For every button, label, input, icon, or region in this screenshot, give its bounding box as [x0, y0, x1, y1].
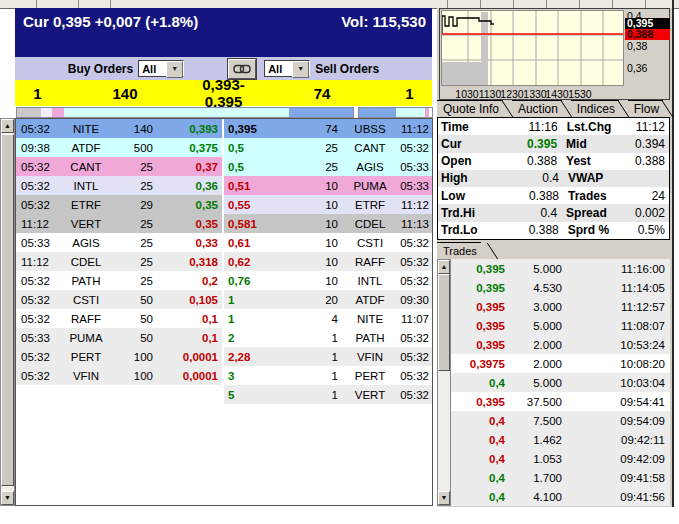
- dropdown-arrow-icon[interactable]: ▼: [166, 61, 183, 78]
- buy-order-row[interactable]: 11:12CDEL250,318: [16, 252, 222, 271]
- trade-row[interactable]: 0,3955.00011:08:07: [451, 316, 670, 335]
- trade-row[interactable]: 0,3955.00011:16:00: [451, 259, 670, 278]
- chain-link-icon: [233, 64, 251, 74]
- buy-order-row[interactable]: 09:38ATDF5000,375: [16, 138, 222, 157]
- trade-row[interactable]: 0,41.05309:42:09: [451, 449, 670, 468]
- sell-order-row[interactable]: 0,58110CDEL11:13: [224, 214, 432, 233]
- scroll-thumb[interactable]: [438, 274, 450, 371]
- tab-quote-info[interactable]: Quote Info: [437, 100, 503, 117]
- trade-qty: 5.000: [505, 263, 562, 275]
- trade-row[interactable]: 0,3954.53011:14:05: [451, 278, 670, 297]
- trade-qty: 2.000: [505, 339, 562, 351]
- broker-code: PUMA: [61, 332, 111, 344]
- trade-row[interactable]: 0,47.50009:54:09: [451, 411, 670, 430]
- scroll-up-button[interactable]: ▲: [438, 260, 450, 274]
- order-time: 05:32: [16, 351, 57, 363]
- quote-label: High: [438, 171, 495, 185]
- order-time: 11:07: [394, 313, 432, 325]
- ask-price: 2: [224, 332, 288, 344]
- sell-order-row[interactable]: 0,525CANT05:32: [224, 138, 432, 157]
- order-qty: 25: [111, 218, 153, 230]
- sell-order-row[interactable]: 0,525AGIS05:33: [224, 157, 432, 176]
- order-qty: 100: [111, 351, 153, 363]
- trades-tab[interactable]: Trades: [437, 243, 497, 259]
- sell-order-row[interactable]: 0,5510ETRF11:12: [224, 195, 432, 214]
- sell-depth-bar: [358, 107, 433, 118]
- quote-info-row: Open0.388Yest0.388: [438, 153, 669, 170]
- buy-order-row[interactable]: 05:32NITE1400,393: [16, 119, 222, 138]
- buy-order-row[interactable]: 05:32CANT250,37: [16, 157, 222, 176]
- book-scrollbar[interactable]: ▲ ▼: [0, 118, 15, 506]
- order-time: 05:32: [394, 237, 432, 249]
- broker-code: ATDF: [346, 294, 394, 306]
- trade-row[interactable]: 0,41.70009:41:58: [451, 468, 670, 487]
- buy-order-row[interactable]: 05:33AGIS250,33: [16, 233, 222, 252]
- sell-order-row[interactable]: 0,5110PUMA05:33: [224, 176, 432, 195]
- trade-row[interactable]: 0,39537.50009:54:41: [451, 392, 670, 411]
- quote-value: 0.388: [494, 154, 557, 168]
- order-qty: 1: [288, 389, 338, 401]
- scroll-thumb[interactable]: [1, 134, 14, 486]
- trade-row[interactable]: 0,3953.00011:12:57: [451, 297, 670, 316]
- buy-filter-dropdown[interactable]: All ▼: [138, 60, 184, 77]
- sell-order-row[interactable]: 31PERT05:32: [224, 366, 432, 385]
- buy-order-row[interactable]: 05:32VFIN1000,0001: [16, 366, 222, 385]
- buy-order-row[interactable]: 05:32PERT1000,0001: [16, 347, 222, 366]
- trade-row[interactable]: 0,39752.00010:08:20: [451, 354, 670, 373]
- sell-order-row[interactable]: 120ATDF09:30: [224, 290, 432, 309]
- trade-price: 0,4: [451, 453, 505, 465]
- quote-label: Time: [438, 120, 494, 134]
- order-qty: 4: [288, 313, 338, 325]
- broker-code: VERT: [346, 389, 394, 401]
- reference-price-marker: 0,388: [625, 29, 670, 40]
- scroll-down-button[interactable]: ▼: [438, 491, 450, 505]
- buy-order-row[interactable]: 05:32ETRF290,35: [16, 195, 222, 214]
- sell-order-row[interactable]: 2,281VFIN05:32: [224, 347, 432, 366]
- tab-auction[interactable]: Auction: [512, 100, 562, 117]
- scroll-down-button[interactable]: ▼: [1, 491, 14, 505]
- sell-order-row[interactable]: 0,7610INTL05:32: [224, 271, 432, 290]
- trade-row[interactable]: 0,3952.00010:53:24: [451, 335, 670, 354]
- quote-label: Open: [438, 154, 494, 168]
- sell-qty-total: 74: [257, 85, 387, 102]
- trade-time: 10:08:20: [562, 358, 670, 370]
- sell-filter-dropdown[interactable]: All ▼: [264, 60, 310, 77]
- sell-order-row[interactable]: 0,39574UBSS11:12: [224, 119, 432, 138]
- trade-qty: 7.500: [505, 415, 562, 427]
- order-time: 05:33: [394, 180, 432, 192]
- buy-order-row[interactable]: 05:33PUMA500,1: [16, 328, 222, 347]
- chart-plot-area: [441, 10, 624, 86]
- buy-order-row[interactable]: 05:32INTL250,36: [16, 176, 222, 195]
- buy-order-row[interactable]: 11:12VERT250,35: [16, 214, 222, 233]
- sell-order-row[interactable]: 51VERT05:32: [224, 385, 432, 404]
- tab-indices[interactable]: Indices: [571, 100, 619, 117]
- trade-price: 0,4: [451, 415, 505, 427]
- order-qty: 25: [111, 161, 153, 173]
- buy-qty-total: 140: [60, 85, 190, 102]
- sell-order-row[interactable]: 0,6210RAFF05:32: [224, 252, 432, 271]
- trade-row[interactable]: 0,41.46209:42:11: [451, 430, 670, 449]
- broker-code: PATH: [61, 275, 111, 287]
- order-book: 05:32NITE1400,39309:38ATDF5000,37505:32C…: [15, 118, 433, 506]
- buy-order-row[interactable]: 05:32CSTI500,105: [16, 290, 222, 309]
- sell-order-row[interactable]: 21PATH05:32: [224, 328, 432, 347]
- trade-row[interactable]: 0,44.10009:41:56: [451, 487, 670, 506]
- order-qty: 1: [288, 370, 338, 382]
- buy-order-row[interactable]: 05:32RAFF500,1: [16, 309, 222, 328]
- trade-row[interactable]: 0,45.00010:03:04: [451, 373, 670, 392]
- sell-order-row[interactable]: 0,6110CSTI05:32: [224, 233, 432, 252]
- ask-price: 2,28: [224, 351, 288, 363]
- order-time: 11:12: [16, 218, 57, 230]
- scroll-up-button[interactable]: ▲: [1, 119, 14, 133]
- order-time: 05:33: [16, 332, 57, 344]
- order-time: 05:32: [394, 370, 432, 382]
- trades-panel: ▲ ▼ 0,3955.00011:16:000,3954.53011:14:05…: [437, 259, 670, 506]
- sell-order-row[interactable]: 14NITE11:07: [224, 309, 432, 328]
- trade-time: 09:42:09: [562, 453, 670, 465]
- volume-text: Vol: 115,530: [341, 13, 426, 30]
- dropdown-arrow-icon[interactable]: ▼: [292, 61, 309, 78]
- buy-order-row[interactable]: 05:32PATH250,2: [16, 271, 222, 290]
- trade-price: 0,395: [451, 320, 505, 332]
- bid-price: 0,36: [153, 180, 222, 192]
- trades-scrollbar[interactable]: ▲ ▼: [437, 259, 451, 506]
